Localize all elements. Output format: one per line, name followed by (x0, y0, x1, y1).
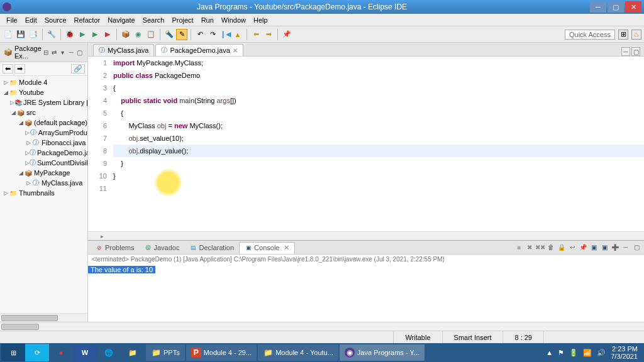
menu-file[interactable]: File (3, 15, 21, 25)
taskbar-app-2[interactable]: ● (49, 344, 73, 361)
editor-hscrollbar[interactable] (88, 231, 644, 240)
pin-console-button[interactable]: 📌 (578, 243, 588, 253)
toggle-button[interactable]: ✎ (176, 29, 187, 40)
taskbar-explorer[interactable]: 📁 (121, 344, 145, 361)
tab-console[interactable]: ▣Console✕ (239, 242, 295, 254)
nav-prev-button[interactable]: ❙◀ (219, 29, 231, 40)
focus-button[interactable]: 🔗 (71, 64, 85, 74)
code-editor[interactable]: 1234567891011 import MyPackage.MyClass; … (88, 57, 644, 231)
maximize-panel-button[interactable]: ▢ (631, 243, 641, 253)
project-tree[interactable]: ▷📁Module 4 ◢📁Youtube ▷📚JRE System Librar… (0, 76, 87, 199)
tab-packagedemo[interactable]: ⒿPackageDemo.java✕ (155, 44, 243, 56)
tray-speaker-icon[interactable]: 🔊 (597, 349, 606, 357)
taskbar-ppts[interactable]: 📁PPTs (146, 344, 185, 361)
taskbar-app-1[interactable]: ⟳ (25, 344, 49, 361)
search-button[interactable]: 🔦 (164, 29, 175, 40)
pin-button[interactable]: 📌 (281, 29, 292, 40)
run-button[interactable]: ▶ (77, 29, 88, 40)
tree-mypackage[interactable]: ◢📦MyPackage (3, 168, 87, 178)
tree-src[interactable]: ◢📦src (3, 107, 87, 118)
maximize-view-button[interactable]: ▢ (76, 48, 84, 57)
open-perspective-button[interactable]: ⊞ (618, 30, 628, 40)
terminate-button[interactable]: ■ (514, 243, 524, 253)
coverage-button[interactable]: ▶ (89, 29, 101, 40)
word-wrap-button[interactable]: ↩ (567, 243, 577, 253)
taskbar-word[interactable]: W (73, 344, 97, 361)
tree-arraysum[interactable]: ▷ⒿArraySumProdu (3, 128, 87, 138)
view-menu-button[interactable]: ▾ (59, 48, 67, 57)
tree-jre[interactable]: ▷📚JRE System Library [Jav (3, 97, 87, 107)
open-console-button[interactable]: ▣ (599, 243, 609, 253)
tab-declaration[interactable]: ▤Declaration (184, 243, 239, 253)
menu-refactor[interactable]: Refactor (70, 15, 104, 25)
minimize-view-button[interactable]: ─ (67, 48, 75, 57)
close-tab-icon[interactable]: ✕ (233, 47, 238, 54)
new-button[interactable]: 📄 (3, 29, 14, 40)
new-console-button[interactable]: ➕ (610, 243, 620, 253)
new-class-button[interactable]: ◉ (133, 29, 144, 40)
scroll-lock-button[interactable]: 🔒 (557, 243, 567, 253)
next-edit-button[interactable]: ↷ (207, 29, 218, 40)
clear-console-button[interactable]: 🗑 (546, 243, 556, 253)
tray-battery-icon[interactable]: 🔋 (569, 349, 578, 357)
link-editor-button[interactable]: ⇄ (50, 48, 58, 57)
editor-maximize-button[interactable]: ▢ (631, 47, 640, 56)
tray-network-icon[interactable]: 📶 (583, 349, 592, 357)
close-button[interactable]: ✕ (625, 1, 641, 13)
menu-source[interactable]: Source (41, 15, 70, 25)
tab-problems[interactable]: ⊘Problems (91, 243, 139, 253)
save-all-button[interactable]: 📑 (28, 29, 39, 40)
open-type-button[interactable]: 🔧 (46, 29, 57, 40)
show-console-button[interactable]: ▣ (589, 243, 599, 253)
maximize-button[interactable]: ▢ (608, 1, 624, 13)
close-console-icon[interactable]: ✕ (284, 244, 289, 252)
tray-flag-icon[interactable]: ⚑ (558, 349, 564, 357)
tray-clock[interactable]: 2:23 PM 7/3/2021 (611, 345, 638, 360)
forward-button[interactable]: ➡ (263, 29, 274, 40)
menu-edit[interactable]: Edit (21, 15, 41, 25)
editor-minimize-button[interactable]: ─ (621, 47, 630, 56)
tree-module4[interactable]: ▷📁Module 4 (3, 77, 87, 87)
nav-next-button[interactable]: ▲ (232, 29, 243, 40)
tray-up-icon[interactable]: ▲ (546, 349, 553, 356)
ext-tools-button[interactable]: ▶ (102, 29, 113, 40)
minimize-panel-button[interactable]: ─ (621, 243, 631, 253)
remove-all-button[interactable]: ✖✖ (535, 243, 545, 253)
system-tray[interactable]: ▲ ⚑ 🔋 📶 🔊 2:23 PM 7/3/2021 (546, 345, 643, 360)
save-button[interactable]: 💾 (15, 29, 26, 40)
menu-help[interactable]: Help (250, 15, 272, 25)
menu-window[interactable]: Window (218, 15, 250, 25)
tree-thumbnails[interactable]: ▷📁Thumbnails (3, 188, 87, 198)
back-nav-button[interactable]: ⬅ (3, 64, 13, 74)
tab-myclass[interactable]: ⒿMyClass.java (93, 44, 154, 56)
taskbar-eclipse[interactable]: ◉Java Programs - Y... (340, 344, 425, 361)
quick-access-input[interactable]: Quick Access (565, 30, 615, 40)
minimize-button[interactable]: ─ (590, 1, 606, 13)
tree-sumcount[interactable]: ▷ⒿSumCountDivisil (3, 158, 87, 168)
debug-button[interactable]: 🐞 (64, 29, 75, 40)
taskbar-powerpoint[interactable]: PModule 4 - 29... (186, 344, 257, 361)
taskbar-youtube-folder[interactable]: 📁Module 4 - Youtu... (258, 344, 338, 361)
menu-run[interactable]: Run (197, 15, 218, 25)
last-edit-button[interactable]: ↶ (194, 29, 206, 40)
back-button[interactable]: ⬅ (250, 29, 262, 40)
tree-packagedemo[interactable]: ▷ⒿPackageDemo.ja (3, 148, 87, 158)
tab-javadoc[interactable]: @Javadoc (139, 243, 184, 253)
menu-navigate[interactable]: Navigate (104, 15, 138, 25)
fwd-nav-button[interactable]: ➡ (14, 64, 25, 74)
open-task-button[interactable]: 📋 (145, 29, 157, 40)
remove-launch-button[interactable]: ✖ (525, 243, 535, 253)
code-lines[interactable]: import MyPackage.MyClass; public class P… (113, 57, 644, 231)
taskbar-chrome[interactable]: 🌐 (97, 344, 121, 361)
new-package-button[interactable]: 📦 (120, 29, 131, 40)
console-output[interactable]: The value of a is: 10 (88, 264, 644, 274)
java-perspective-button[interactable]: ♨ (631, 30, 641, 40)
tree-youtube[interactable]: ◢📁Youtube (3, 87, 87, 97)
tree-myclass[interactable]: ▷ⒿMyClass.java (3, 178, 87, 188)
sidebar-scrollbar[interactable] (0, 313, 87, 322)
tree-defpkg[interactable]: ◢📦(default package) (3, 118, 87, 128)
menu-search[interactable]: Search (139, 15, 169, 25)
start-button[interactable]: ⊞ (1, 344, 25, 361)
workspace-hscrollbar[interactable] (0, 322, 644, 331)
tree-fibonacci[interactable]: ▷ⒿFibonacci.java (3, 138, 87, 148)
